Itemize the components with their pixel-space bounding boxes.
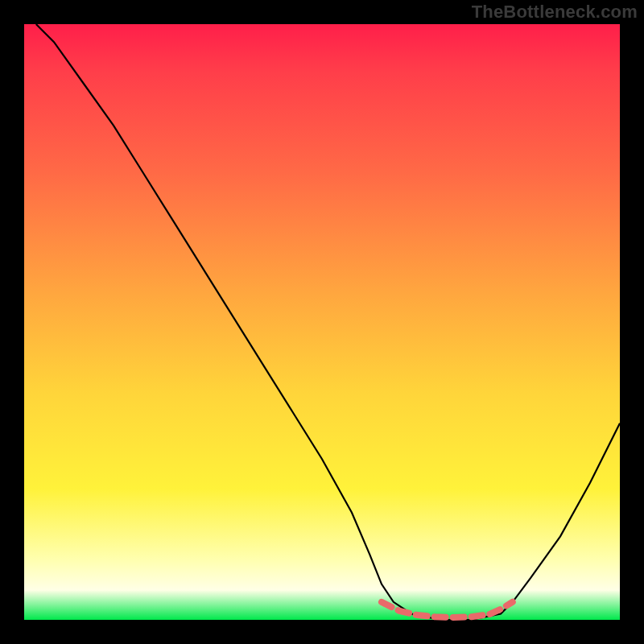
curve-svg <box>24 24 620 620</box>
bottleneck-curve <box>36 24 620 620</box>
chart-frame: TheBottleneck.com <box>0 0 644 644</box>
optimal-band <box>382 602 513 617</box>
plot-area <box>24 24 620 620</box>
watermark-text: TheBottleneck.com <box>472 2 638 23</box>
